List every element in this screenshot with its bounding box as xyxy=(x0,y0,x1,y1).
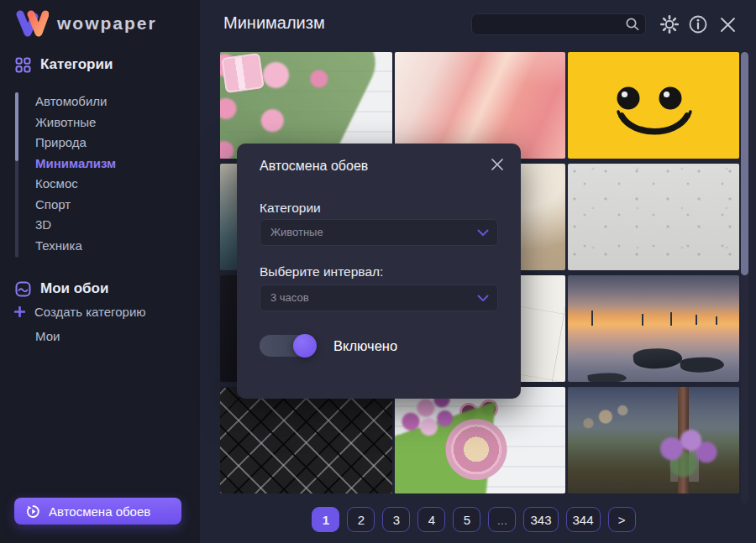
wallpaper-thumbnail-roses[interactable] xyxy=(220,52,392,159)
autoplay-icon xyxy=(26,504,40,519)
my-wallpapers-header: Мои обои xyxy=(15,280,108,297)
sidebar-item-3d[interactable]: 3D xyxy=(35,215,186,236)
plus-icon xyxy=(14,306,25,317)
image-icon xyxy=(15,281,31,297)
search-box xyxy=(471,13,646,35)
create-category-label: Создать категорию xyxy=(34,305,146,319)
enabled-toggle[interactable] xyxy=(260,335,315,357)
autochange-button-label: Автосмена обоев xyxy=(49,504,150,519)
wallpaper-thumbnail-tulips[interactable] xyxy=(395,387,565,493)
my-wallpapers-label: Мои обои xyxy=(40,280,108,297)
categories-header-label: Категории xyxy=(40,56,113,73)
wallpaper-thumbnail-concrete[interactable] xyxy=(568,164,739,270)
page-next-button[interactable]: > xyxy=(608,507,636,532)
modal-category-label: Категории xyxy=(260,201,321,216)
content-scroll-thumb[interactable] xyxy=(741,52,748,275)
toggle-knob xyxy=(293,334,317,358)
enabled-toggle-row: Включено xyxy=(260,335,397,357)
search-icon[interactable] xyxy=(625,17,640,32)
sidebar-item-space[interactable]: Космос xyxy=(35,174,186,195)
category-select[interactable]: Животные xyxy=(260,219,498,246)
modal-interval-label: Выберите интервал: xyxy=(260,264,383,279)
modal-close-icon[interactable] xyxy=(491,158,504,171)
wallpaper-thumbnail-sunset[interactable] xyxy=(568,275,739,382)
app-name: wowpaper xyxy=(57,13,157,34)
sidebar-item-cars[interactable]: Автомобили xyxy=(35,91,186,112)
sidebar-item-nature[interactable]: Природа xyxy=(35,133,186,154)
autochange-wallpapers-button[interactable]: Автосмена обоев xyxy=(14,498,181,525)
sidebar-item-tech[interactable]: Техника xyxy=(35,236,186,257)
interval-select-value: 3 часов xyxy=(270,285,309,311)
category-select-value: Животные xyxy=(270,220,323,245)
search-input[interactable] xyxy=(479,15,625,34)
interval-select[interactable]: 3 часов xyxy=(260,285,498,311)
gear-icon[interactable] xyxy=(659,13,680,35)
page-ellipsis[interactable]: ... xyxy=(488,507,516,532)
app-logo: wowpaper xyxy=(15,10,157,37)
smiley-face-graphic xyxy=(568,52,739,159)
sidebar-item-sport[interactable]: Спорт xyxy=(35,195,186,216)
page-button-344[interactable]: 344 xyxy=(566,507,601,532)
toggle-label: Включено xyxy=(333,338,397,354)
pagination: 1 2 3 4 5 ... 343 344 > xyxy=(200,507,748,532)
create-category-item[interactable]: Создать категорию xyxy=(14,305,146,319)
close-icon[interactable] xyxy=(719,16,737,34)
wallpaper-thumbnail-smiley[interactable] xyxy=(568,52,739,159)
category-scroll-thumb[interactable] xyxy=(15,92,18,161)
app-window: wowpaper Категории Автомобили Животные П… xyxy=(0,0,756,543)
page-button-1[interactable]: 1 xyxy=(312,507,339,532)
grid-icon xyxy=(15,57,31,73)
page-button-3[interactable]: 3 xyxy=(382,507,410,532)
page-button-2[interactable]: 2 xyxy=(347,507,375,532)
page-button-5[interactable]: 5 xyxy=(453,507,480,532)
info-icon[interactable] xyxy=(688,14,708,34)
chevron-down-icon xyxy=(477,229,489,237)
autochange-modal: Автосмена обоев Категории Животные Выбер… xyxy=(237,144,521,399)
sidebar-item-my[interactable]: Мои xyxy=(35,329,60,343)
chevron-down-icon xyxy=(477,295,489,302)
wallpaper-thumbnail-waves[interactable] xyxy=(395,52,565,159)
sidebar-item-minimalism[interactable]: Минимализм xyxy=(35,154,186,175)
categories-section-header: Категории xyxy=(15,56,113,73)
sidebar: wowpaper Категории Автомобили Животные П… xyxy=(0,0,200,543)
modal-title: Автосмена обоев xyxy=(260,159,368,174)
wallpaper-thumbnail-vase[interactable] xyxy=(568,387,739,493)
wallpaper-thumbnail-leather[interactable] xyxy=(220,387,392,493)
category-list: Автомобили Животные Природа Минимализм К… xyxy=(35,91,186,256)
page-button-343[interactable]: 343 xyxy=(523,507,558,532)
logo-w-icon xyxy=(15,10,49,37)
sidebar-item-animals[interactable]: Животные xyxy=(35,112,186,133)
page-button-4[interactable]: 4 xyxy=(417,507,445,532)
page-title: Минимализм xyxy=(223,13,325,33)
